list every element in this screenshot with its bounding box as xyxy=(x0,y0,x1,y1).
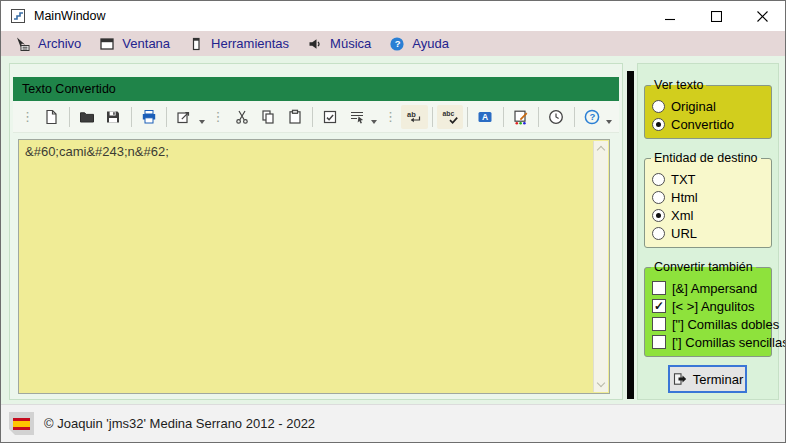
radio-html[interactable]: Html xyxy=(650,188,766,206)
editor-vertical-scrollbar[interactable] xyxy=(593,141,608,392)
export-icon xyxy=(175,108,193,126)
paste-icon xyxy=(286,108,304,126)
group-convertir-tambien: [&] Ampersand✓[< >] Angulitos["] Comilla… xyxy=(644,260,772,357)
checkbox-angulitos[interactable]: ✓[< >] Angulitos xyxy=(650,297,766,315)
print-icon xyxy=(140,108,158,126)
menu-item-label: Ventana xyxy=(122,36,170,51)
toolbar-grip-handle[interactable]: ⋮ xyxy=(21,106,34,128)
svg-text:abc: abc xyxy=(442,110,454,117)
app-icon xyxy=(10,8,26,24)
minimize-button[interactable] xyxy=(647,1,693,31)
export-button[interactable] xyxy=(171,105,198,129)
toolbar-grip-handle[interactable]: ⋮ xyxy=(212,106,225,128)
checkbox[interactable] xyxy=(652,335,666,349)
radio-button[interactable] xyxy=(652,191,665,204)
toolbar-dropdown-arrow[interactable] xyxy=(606,120,612,124)
help-button[interactable]: ? xyxy=(579,105,606,129)
menu-item-m-sica[interactable]: Música xyxy=(298,31,380,56)
save-icon xyxy=(104,108,122,126)
checkbox-ampersand[interactable]: [&] Ampersand xyxy=(650,279,766,297)
spellcheck-button[interactable]: abc xyxy=(437,105,464,129)
checkbox-comillas-dobles[interactable]: ["] Comillas dobles xyxy=(650,315,766,333)
close-button[interactable] xyxy=(739,1,785,31)
menu-item-archivo[interactable]: Archivo xyxy=(6,31,90,56)
group-title-convertir-tambien: Convertir también xyxy=(651,260,756,274)
radio-button[interactable] xyxy=(652,100,665,113)
menu-item-label: Archivo xyxy=(38,36,81,51)
radio-button[interactable] xyxy=(652,209,665,222)
menu-item-label: Ayuda xyxy=(412,36,449,51)
menubar: ArchivoVentanaHerramientasMúsica?Ayuda xyxy=(1,31,785,56)
panel-header-title: Texto Convertido xyxy=(22,82,116,96)
option-label: ["] Comillas dobles xyxy=(672,317,779,332)
options-sidebar: OriginalConvertidoVer textoTXTHtmlXmlURL… xyxy=(637,63,779,400)
scroll-down-arrow[interactable] xyxy=(597,379,605,387)
new-document-button[interactable] xyxy=(38,105,65,129)
toolbar-dropdown-arrow[interactable] xyxy=(199,120,205,124)
radio-xml[interactable]: Xml xyxy=(650,206,766,224)
radio-original[interactable]: Original xyxy=(650,97,766,115)
toolbar-separator xyxy=(131,107,132,127)
toolbar-separator xyxy=(432,107,433,127)
menu-item-herramientas[interactable]: Herramientas xyxy=(179,31,298,56)
close-icon xyxy=(757,11,768,22)
cut-button[interactable] xyxy=(229,105,256,129)
option-label: Html xyxy=(671,190,698,205)
terminar-button-label: Terminar xyxy=(693,372,744,387)
converted-text-panel: Texto Convertido ⋮⋮⋮ababcA? &#60;cami&#2… xyxy=(9,63,623,400)
checkbox-comillas-sencillas[interactable]: ['] Comillas sencillas xyxy=(650,333,766,351)
terminar-button[interactable]: Terminar xyxy=(668,365,747,393)
option-label: TXT xyxy=(671,172,696,187)
group-body-ver-texto: OriginalConvertido xyxy=(644,85,772,139)
color-picker-button[interactable] xyxy=(508,105,535,129)
option-label: Original xyxy=(671,99,716,114)
toolbar-separator xyxy=(574,107,575,127)
select-all-button[interactable] xyxy=(317,105,344,129)
replace-button[interactable]: ab xyxy=(401,105,428,129)
window-icon xyxy=(99,36,115,52)
checkbox[interactable] xyxy=(652,281,666,295)
menu-item-ventana[interactable]: Ventana xyxy=(90,31,179,56)
window-title: MainWindow xyxy=(34,9,106,23)
checkbox[interactable]: ✓ xyxy=(652,299,666,313)
radio-txt[interactable]: TXT xyxy=(650,170,766,188)
radio-button[interactable] xyxy=(652,227,665,240)
editor-text: &#60;cami&#243;n&#62; xyxy=(19,140,609,159)
cut-icon xyxy=(233,108,251,126)
scroll-up-arrow[interactable] xyxy=(597,146,605,154)
copy-button[interactable] xyxy=(255,105,282,129)
group-title-ver-texto: Ver texto xyxy=(651,78,706,92)
insert-image-button[interactable]: A xyxy=(472,105,499,129)
toolbar-separator xyxy=(503,107,504,127)
print-button[interactable] xyxy=(136,105,163,129)
option-label: Xml xyxy=(671,208,693,223)
open-folder-button[interactable] xyxy=(74,105,101,129)
spain-flag-icon[interactable] xyxy=(9,412,34,435)
radio-button[interactable] xyxy=(652,118,665,131)
select-line-icon xyxy=(348,108,366,126)
group-title-entidad-de-destino: Entidad de destino xyxy=(651,151,761,165)
group-entidad-de-destino: TXTHtmlXmlURLEntidad de destino xyxy=(644,151,772,248)
svg-text:ab: ab xyxy=(407,109,416,118)
tool-panel-icon xyxy=(188,36,204,52)
editor-textarea[interactable]: &#60;cami&#243;n&#62; xyxy=(18,139,610,394)
svg-text:A: A xyxy=(482,112,488,122)
option-label: ['] Comillas sencillas xyxy=(672,335,786,350)
select-line-button[interactable] xyxy=(344,105,371,129)
checkbox[interactable] xyxy=(652,317,666,331)
toolbar-dropdown-arrow[interactable] xyxy=(371,120,377,124)
radio-convertido[interactable]: Convertido xyxy=(650,115,766,133)
toolbar-grip-handle[interactable]: ⋮ xyxy=(384,106,397,128)
copy-icon xyxy=(259,108,277,126)
toolbar-separator xyxy=(69,107,70,127)
menu-item-label: Música xyxy=(330,36,371,51)
radio-button[interactable] xyxy=(652,173,665,186)
group-body-convertir-tambien: [&] Ampersand✓[< >] Angulitos["] Comilla… xyxy=(644,267,772,357)
paste-button[interactable] xyxy=(282,105,309,129)
maximize-button[interactable] xyxy=(693,1,739,31)
radio-url[interactable]: URL xyxy=(650,224,766,242)
group-ver-texto: OriginalConvertidoVer texto xyxy=(644,78,772,139)
clock-button[interactable] xyxy=(543,105,570,129)
menu-item-ayuda[interactable]: ?Ayuda xyxy=(380,31,458,56)
save-button[interactable] xyxy=(100,105,127,129)
